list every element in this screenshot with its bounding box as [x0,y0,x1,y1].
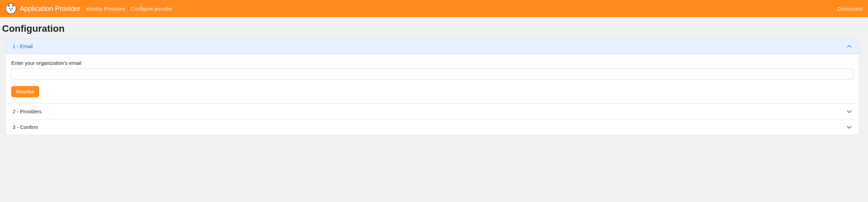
nav-link-identity-providers[interactable]: Identity Providers [86,6,125,12]
accordion-label: 3 - Confirm [13,124,38,130]
accordion-header-providers[interactable]: 2 - Providers [6,104,859,119]
email-input[interactable] [11,69,853,80]
accordion-body-email: Enter your organization's email Resolve [6,54,859,103]
accordion-label: 2 - Providers [13,109,42,114]
accordion-step-providers: 2 - Providers [6,104,859,119]
svg-point-3 [10,10,12,11]
accordion-header-confirm[interactable]: 3 - Confirm [6,119,859,135]
app-logo-icon [5,3,16,14]
nav-link-configure-provider[interactable]: Configure provider [131,6,173,12]
accordion-step-email: 1 - Email Enter your organization's emai… [6,39,859,104]
svg-point-2 [12,8,13,9]
chevron-up-icon [847,44,852,49]
accordion-step-confirm: 3 - Confirm [6,119,859,135]
accordion-header-email[interactable]: 1 - Email [6,39,859,54]
svg-point-1 [9,8,10,9]
resolve-button[interactable]: Resolve [11,86,39,97]
page-container: Configuration 1 - Email Enter your organ… [0,17,868,142]
accordion-label: 1 - Email [13,43,33,49]
email-prompt-label: Enter your organization's email [11,60,853,66]
disconnect-link[interactable]: Disconnect [837,6,863,12]
navbar-brand[interactable]: Application Provider [5,3,80,14]
svg-point-0 [6,3,16,14]
navbar-nav: Identity Providers Configure provider [86,6,837,12]
chevron-down-icon [847,125,852,130]
chevron-down-icon [847,109,852,114]
accordion: 1 - Email Enter your organization's emai… [5,38,859,135]
navbar: Application Provider Identity Providers … [0,0,868,17]
brand-title: Application Provider [20,5,80,13]
page-title: Configuration [2,23,863,34]
